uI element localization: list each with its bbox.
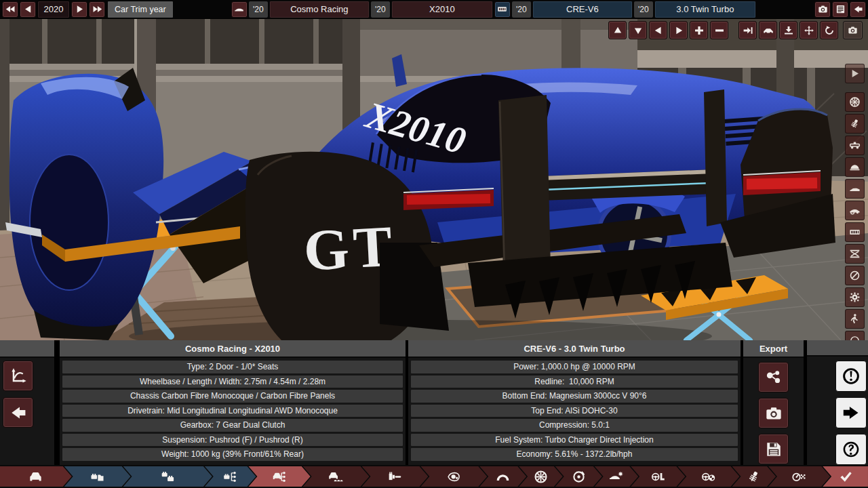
view-tool-rotate-tool[interactable] bbox=[820, 21, 838, 39]
view-tool-pan-up[interactable] bbox=[608, 21, 627, 39]
share-icon bbox=[765, 369, 783, 386]
car-wheels-icon bbox=[849, 205, 861, 216]
top-bar: 2020 Car Trim year '20 Cosmo Racing '20 … bbox=[0, 0, 868, 19]
tab-interior[interactable] bbox=[631, 466, 685, 487]
photo-mode-button[interactable] bbox=[843, 21, 863, 39]
double-right-icon bbox=[92, 4, 102, 14]
actions-column bbox=[807, 340, 868, 465]
engine-tree-icon bbox=[223, 470, 237, 484]
side-tool-circle-tool[interactable] bbox=[845, 331, 865, 340]
side-tool-body-shell[interactable] bbox=[845, 157, 865, 177]
pan-right-icon bbox=[673, 25, 684, 36]
view-tool-pan-down[interactable] bbox=[629, 21, 647, 39]
play-icon bbox=[849, 68, 861, 79]
engine-family-icon bbox=[161, 470, 175, 484]
view-tool-pan-right[interactable] bbox=[669, 21, 688, 39]
variant-year-chip: '20 bbox=[634, 1, 653, 18]
drop-to-ground-icon bbox=[783, 25, 794, 36]
screenshot-button[interactable] bbox=[814, 1, 831, 18]
view-tool-pan-left[interactable] bbox=[649, 21, 667, 39]
engine-stat-row-Power: 1,000.0 hp @ 10000 RPM: Power: 1,000.0 hp @ 10000 RPM bbox=[411, 361, 738, 373]
engine-stat-row-Fuel System: Turbo Charger Direct Injection: Fuel System: Turbo Charger Direct Inject… bbox=[411, 434, 738, 447]
reset-car-icon bbox=[763, 25, 774, 36]
side-tool-wheels[interactable] bbox=[845, 92, 865, 112]
view-tool-zoom-out[interactable] bbox=[710, 21, 728, 39]
car-side-icon bbox=[234, 4, 244, 14]
side-tool-no-driver[interactable] bbox=[845, 266, 865, 285]
action-button-forward-arrow[interactable] bbox=[835, 397, 867, 428]
car-stat-row-Gearbox: 7 Gear Dual Clutch: Gearbox: 7 Gear Dual Clutch bbox=[62, 419, 403, 432]
tab-headlight[interactable] bbox=[420, 466, 487, 487]
panel-button-back-arrow[interactable] bbox=[3, 397, 33, 428]
graph-icon bbox=[9, 367, 27, 385]
year-next-button[interactable] bbox=[71, 1, 87, 18]
car-stat-row-Drivetrain: Mid Longitudinal Longitudinal AWD Monocoque: Drivetrain: Mid Longitudinal Longitudina… bbox=[62, 405, 403, 418]
tab-car-tree[interactable] bbox=[248, 466, 310, 487]
side-tool-settings-gear[interactable] bbox=[845, 287, 865, 307]
view-tool-drop-to-ground[interactable] bbox=[779, 21, 797, 39]
engine-stat-row-Bottom End: Magnesium 3000cc V 90°6: Bottom End: Magnesium 3000cc V 90°6 bbox=[411, 390, 738, 403]
design-tab-bar bbox=[0, 465, 868, 488]
side-tool-suspension[interactable] bbox=[845, 114, 865, 134]
year-first-button[interactable] bbox=[2, 1, 18, 18]
car-model-button[interactable] bbox=[231, 1, 248, 18]
view-tool-zoom-in[interactable] bbox=[690, 21, 708, 39]
year-value: 2020 bbox=[37, 1, 70, 18]
engine-variant-box[interactable]: 3.0 Twin Turbo bbox=[654, 1, 756, 18]
model-name-box[interactable]: Cosmo Racing bbox=[269, 1, 370, 18]
view-tool-move-tool[interactable] bbox=[800, 21, 818, 39]
back-button[interactable] bbox=[850, 1, 866, 18]
side-tool-lift[interactable] bbox=[845, 244, 865, 264]
wheels-icon bbox=[849, 96, 861, 108]
3d-viewport[interactable]: X2010 GT bbox=[0, 19, 868, 340]
view-tool-snap-to-end[interactable] bbox=[738, 21, 757, 39]
paint-brush-icon bbox=[388, 470, 402, 484]
actions-column-header bbox=[807, 340, 868, 357]
help-icon bbox=[842, 440, 861, 459]
engine-year-chip: '20 bbox=[512, 1, 531, 18]
tab-paint-brush[interactable] bbox=[362, 466, 429, 487]
snap-to-end-icon bbox=[743, 25, 753, 36]
export-button-save[interactable] bbox=[758, 434, 789, 464]
headlight-icon bbox=[447, 470, 461, 484]
export-button-share[interactable] bbox=[758, 362, 789, 392]
camera-icon bbox=[818, 4, 828, 14]
tab-car-bodies[interactable] bbox=[303, 466, 370, 487]
automation-car-designer: 2020 Car Trim year '20 Cosmo Racing '20 … bbox=[0, 0, 868, 488]
side-tool-chassis[interactable] bbox=[845, 136, 865, 155]
engine-stats-column: CRE-V6 - 3.0 Twin Turbo Power: 1,000.0 h… bbox=[408, 340, 741, 465]
year-prev-button[interactable] bbox=[20, 1, 36, 18]
action-button-warning[interactable] bbox=[835, 361, 867, 392]
side-tool-pedestrian[interactable] bbox=[845, 309, 865, 329]
tab-engine-folder[interactable] bbox=[64, 466, 131, 487]
wheels-icon bbox=[534, 470, 548, 484]
engine-family-button[interactable] bbox=[494, 1, 511, 18]
pedestrian-icon bbox=[849, 313, 861, 325]
check-icon bbox=[838, 470, 852, 484]
side-tool-play[interactable] bbox=[845, 64, 865, 83]
tab-engine-family[interactable] bbox=[123, 466, 212, 487]
side-tool-engine[interactable] bbox=[845, 222, 865, 242]
test-track-icon bbox=[792, 470, 806, 484]
tab-driver-assists[interactable] bbox=[677, 466, 739, 487]
export-button-camera[interactable] bbox=[758, 398, 789, 428]
suspension-icon bbox=[747, 470, 761, 484]
tab-test-track[interactable] bbox=[768, 466, 830, 487]
action-button-help[interactable] bbox=[835, 434, 867, 465]
year-last-button[interactable] bbox=[89, 1, 105, 18]
arrow-left-small-icon bbox=[23, 4, 33, 14]
side-tool-car-side[interactable] bbox=[845, 179, 865, 199]
pan-left-icon bbox=[653, 25, 664, 36]
suspension-icon bbox=[849, 118, 861, 129]
tab-engine-tree[interactable] bbox=[205, 466, 256, 487]
engine-family-box[interactable]: CRE-V6 bbox=[532, 1, 633, 18]
details-button[interactable] bbox=[832, 1, 848, 18]
car-stat-row-Suspension: Pushrod (F) / Pushrod (R): Suspension: Pushrod (F) / Pushrod (R) bbox=[62, 434, 403, 447]
trim-name-box[interactable]: X2010 bbox=[391, 1, 493, 18]
tab-car-front[interactable] bbox=[0, 466, 72, 487]
engine-stat-row-Compression: 5.0:1: Compression: 5.0:1 bbox=[411, 419, 738, 432]
side-tool-car-wheels[interactable] bbox=[845, 201, 865, 220]
panel-button-graph[interactable] bbox=[3, 361, 33, 391]
view-tool-reset-car[interactable] bbox=[759, 21, 777, 39]
left-column-header bbox=[0, 340, 54, 358]
